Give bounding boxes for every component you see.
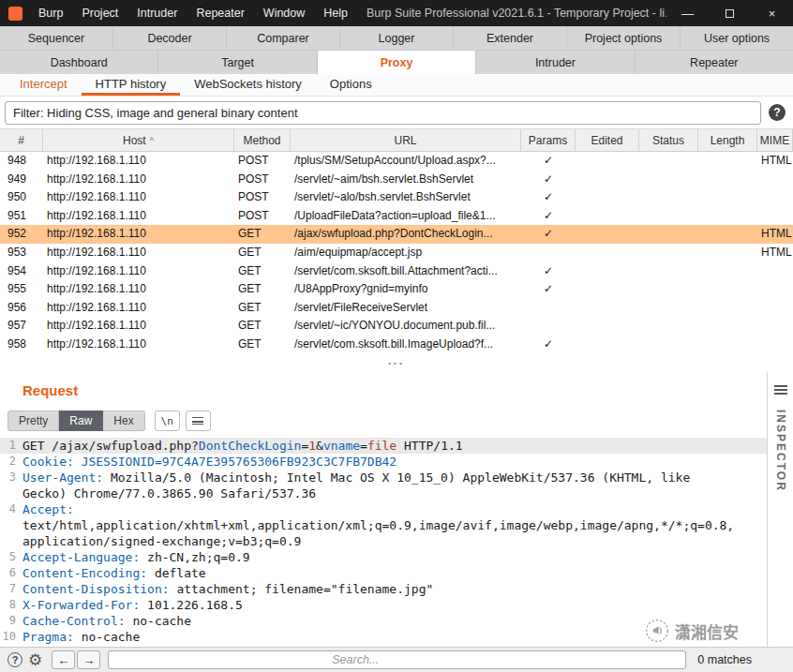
cell-params: ✓ [521,280,576,299]
column-header-method[interactable]: Method [234,129,291,151]
cell-length [698,280,757,299]
cell-host: http://192.168.1.110 [43,152,234,171]
main-tab-sequencer[interactable]: Sequencer [0,26,113,50]
sub-tab-websockets-history[interactable]: WebSockets history [180,74,316,96]
search-input[interactable] [108,650,686,669]
request-line-4: 4Accept: text/html,application/xhtml+xml… [0,501,767,549]
request-line-3: 3User-Agent: Mozilla/5.0 (Macintosh; Int… [0,470,767,501]
column-header-edited[interactable]: Edited [576,129,639,151]
editor-tab-hex[interactable]: Hex [103,411,144,431]
main-tab-target[interactable]: Target [158,51,317,74]
line-content: User-Agent: Mozilla/5.0 (Macintosh; Inte… [22,470,738,501]
sub-tab-options[interactable]: Options [316,74,386,96]
main-tab-intruder[interactable]: Intruder [476,51,635,74]
help-icon[interactable]: ? [7,652,22,667]
cell-method: POST [234,152,291,171]
sub-tab-intercept[interactable]: Intercept [6,74,82,96]
table-row-952[interactable]: 952http://192.168.1.110GET/ajax/swfuploa… [0,225,793,244]
sub-tab-http-history[interactable]: HTTP history [82,74,181,96]
table-row-954[interactable]: 954http://192.168.1.110GET/servlet/com.s… [0,262,793,281]
main-tab-repeater[interactable]: Repeater [636,51,793,74]
column-header-url[interactable]: URL [291,129,521,151]
editor-tab-raw[interactable]: Raw [59,411,103,431]
cell-method: POST [234,188,291,207]
filter-box[interactable]: Filter: Hiding CSS, image and general bi… [5,101,761,125]
main-tab-project-options[interactable]: Project options [567,26,681,50]
search-prev-button[interactable]: ← [52,650,75,669]
cell-params: ✓ [521,336,576,354]
column-header-mime[interactable]: MIME [757,129,793,151]
inspector-label: INSPECTOR [774,410,787,492]
menu-project[interactable]: Project [72,0,127,26]
splitter-dots-icon: ••• [388,359,404,367]
filter-help-icon[interactable]: ? [769,104,786,121]
cell-length [698,225,757,244]
main-tab-extender[interactable]: Extender [454,26,567,50]
main-tab-comparer[interactable]: Comparer [227,26,340,50]
burp-window: BurpProjectIntruderRepeaterWindowHelp Bu… [0,0,793,672]
table-row-949[interactable]: 949http://192.168.1.110POST/servlet/~aim… [0,171,793,189]
table-row-958[interactable]: 958http://192.168.1.110GET/servlet/com.s… [0,336,793,354]
cell-mime [757,336,793,354]
wrap-toggle-button[interactable] [186,411,211,431]
maximize-button[interactable] [709,0,751,26]
column-header-[interactable]: # [0,129,43,151]
menu-burp[interactable]: Burp [29,0,72,26]
cell-length [698,299,757,318]
cell-mime [757,317,793,336]
menu-intruder[interactable]: Intruder [127,0,187,26]
column-header-params[interactable]: Params [521,129,576,151]
menu-bar: BurpProjectIntruderRepeaterWindowHelp [29,0,357,26]
column-header-length[interactable]: Length [698,129,757,151]
cell-length [698,244,757,262]
cell-status [639,299,698,318]
minimize-icon: — [681,7,694,21]
editor-tab-pretty[interactable]: Pretty [7,411,59,431]
cell-url: /servlet/FileReceiveServlet [291,299,521,318]
table-row-956[interactable]: 956http://192.168.1.110GET/servlet/FileR… [0,299,793,318]
line-content: X-Forwarded-For: 101.226.168.5 [22,597,738,613]
cell-method: POST [234,171,291,189]
cell-url: /servlet/~ic/YONYOU.document.pub.fil... [291,317,521,336]
main-tab-decoder[interactable]: Decoder [113,26,227,50]
table-row-953[interactable]: 953http://192.168.1.110GET/aim/equipmap/… [0,244,793,262]
request-header: Request [0,372,767,408]
cell-params: ✓ [521,225,576,244]
newline-toggle-button[interactable]: \n [155,411,180,431]
search-next-button[interactable]: → [77,650,100,669]
table-row-951[interactable]: 951http://192.168.1.110POST/UploadFileDa… [0,207,793,226]
main-tab-bar-row2: DashboardTargetProxyIntruderRepeater [0,51,793,74]
editor-toolbar: PrettyRawHex \n [0,408,767,434]
line-content: Cache-Control: no-cache [22,613,738,629]
menu-window[interactable]: Window [254,0,314,26]
cell-params: ✓ [521,262,576,281]
splitter-handle[interactable]: ••• [0,354,793,372]
menu-help[interactable]: Help [314,0,357,26]
table-row-950[interactable]: 950http://192.168.1.110POST/servlet/~alo… [0,188,793,207]
cell-edited [576,171,639,189]
panel-menu-icon[interactable] [774,385,787,395]
cell-url: /U8AppProxy?gnid=myinfo [291,280,521,299]
main-tab-dashboard[interactable]: Dashboard [0,51,158,74]
table-row-955[interactable]: 955http://192.168.1.110GET/U8AppProxy?gn… [0,280,793,299]
column-header-host[interactable]: Host^ [43,129,234,151]
main-tab-logger[interactable]: Logger [340,26,454,50]
cell-url: /servlet/com.sksoft.bill.ImageUpload?f..… [291,336,521,354]
cell-params: ✓ [521,188,576,207]
close-button[interactable]: × [751,0,793,26]
menu-repeater[interactable]: Repeater [187,0,253,26]
main-tab-user-options[interactable]: User options [681,26,793,50]
line-content: Content-Encoding: deflate [22,565,738,581]
main-tab-proxy[interactable]: Proxy [318,51,476,74]
maximize-icon [726,9,734,18]
minimize-button[interactable]: — [666,0,709,26]
cell-length [698,152,757,171]
sub-tab-bar: InterceptHTTP historyWebSockets historyO… [0,74,793,97]
table-row-948[interactable]: 948http://192.168.1.110POST/tplus/SM/Set… [0,152,793,171]
cell-host: http://192.168.1.110 [43,244,234,262]
column-header-status[interactable]: Status [639,129,698,151]
table-row-957[interactable]: 957http://192.168.1.110GET/servlet/~ic/Y… [0,317,793,336]
request-editor[interactable]: 1GET /ajax/swfupload.php?DontCheckLogin=… [0,434,767,645]
gear-icon[interactable]: ⚙ [28,652,42,668]
inspector-sidebar[interactable]: INSPECTOR [767,372,793,647]
